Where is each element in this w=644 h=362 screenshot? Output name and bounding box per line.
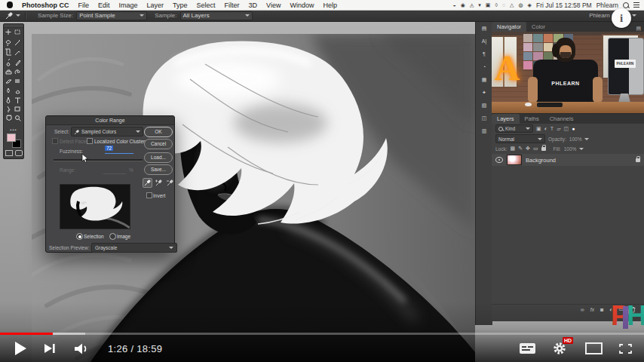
filter-type-icon[interactable]: T <box>550 126 554 131</box>
filter-toggle-icon[interactable]: ● <box>572 126 575 131</box>
paragraph-panel-icon[interactable]: ¶ <box>483 51 486 57</box>
subtitles-button[interactable] <box>520 343 535 354</box>
selection-radio[interactable] <box>76 233 83 240</box>
quick-mask-icon[interactable] <box>5 150 13 156</box>
lock-all-icon[interactable] <box>541 147 546 151</box>
tab-layers[interactable]: Layers <box>492 114 520 124</box>
selection-preview-dropdown[interactable]: Grayscale <box>91 243 177 253</box>
dialog-title[interactable]: Color Range <box>46 116 174 125</box>
detect-faces-checkbox[interactable] <box>52 138 58 144</box>
play-button[interactable] <box>15 342 26 355</box>
miniplayer-button[interactable] <box>585 342 603 354</box>
layer-visibility-icon[interactable] <box>495 157 503 163</box>
select-dropdown[interactable]: Sampled Colors <box>71 127 143 137</box>
status-icon[interactable]: ◌ <box>502 0 505 10</box>
eyedropper-add-icon[interactable] <box>154 178 164 188</box>
localized-clusters-checkbox[interactable] <box>87 138 93 144</box>
clone-source-panel-icon[interactable]: ▦ <box>482 77 487 83</box>
status-icon[interactable]: ◉ <box>461 0 465 10</box>
swatches-panel-icon[interactable]: ✦ <box>482 90 486 96</box>
image-radio[interactable] <box>109 233 116 240</box>
notification-center-icon[interactable] <box>633 2 639 8</box>
logo-letter-h: H <box>627 301 644 331</box>
ok-button[interactable]: OK <box>144 127 173 137</box>
blend-mode-select[interactable]: Normal <box>495 134 545 143</box>
libraries-panel-icon[interactable]: ▥ <box>482 128 487 134</box>
video-frame: Photoshop CC File Edit Image Layer Type … <box>0 0 644 362</box>
layer-style-icon[interactable]: fx <box>590 307 594 312</box>
menu-select[interactable]: Select <box>192 2 220 9</box>
tab-channels[interactable]: Channels <box>544 114 579 124</box>
lock-pixels-icon[interactable]: ✎ <box>518 146 523 152</box>
eyedropper-subtract-icon[interactable] <box>165 178 175 188</box>
spotlight-search-icon[interactable] <box>623 2 629 8</box>
next-button[interactable] <box>44 343 56 354</box>
toolbar-overflow[interactable]: ••• <box>4 127 23 132</box>
menu-edit[interactable]: Edit <box>94 2 115 9</box>
character-panel-icon[interactable]: A| <box>482 38 487 44</box>
filter-adjustment-icon[interactable]: ◐ <box>544 126 547 131</box>
filter-shape-icon[interactable]: ▱ <box>557 126 560 132</box>
styles-panel-icon[interactable]: ◫ <box>482 115 487 121</box>
info-panel-icon[interactable]: ◔ <box>483 64 486 70</box>
apple-menu-icon[interactable] <box>7 2 13 8</box>
menu-filter[interactable]: Filter <box>220 2 244 9</box>
sample-layers-select[interactable]: All Layers <box>180 11 253 20</box>
lock-position-icon[interactable]: ✥ <box>526 146 530 152</box>
menu-photoshop[interactable]: Photoshop CC <box>17 2 74 9</box>
status-icon[interactable]: ▾ <box>478 0 481 10</box>
fuzziness-field[interactable]: 72 <box>105 146 133 154</box>
layer-row-background[interactable]: Background <box>492 154 644 166</box>
eyedropper-tool-icon[interactable] <box>5 11 14 20</box>
status-icon[interactable]: ◈ <box>528 0 532 10</box>
lock-transparency-icon[interactable]: ▩ <box>511 146 516 152</box>
foreground-color-swatch[interactable] <box>7 133 16 142</box>
menu-image[interactable]: Image <box>115 2 143 9</box>
menu-view[interactable]: View <box>262 2 285 9</box>
save-button[interactable]: Save... <box>144 164 173 175</box>
lock-artboard-icon[interactable]: ▭ <box>533 146 538 152</box>
eyedropper-sample-icon[interactable] <box>143 178 152 188</box>
status-icon[interactable]: △ <box>510 0 514 10</box>
tab-navigator[interactable]: Navigator <box>492 22 526 32</box>
load-button[interactable]: Load... <box>144 152 173 163</box>
link-layers-icon[interactable]: ∞ <box>581 307 584 312</box>
settings-button[interactable]: HD <box>552 342 569 355</box>
cancel-button[interactable]: Cancel <box>144 139 173 149</box>
status-icon[interactable]: ▣ <box>486 0 491 10</box>
menu-help[interactable]: Help <box>318 2 342 9</box>
menu-layer[interactable]: Layer <box>143 2 169 9</box>
filter-pixel-icon[interactable]: ▣ <box>536 126 541 132</box>
layer-thumbnail[interactable] <box>507 155 522 165</box>
menu-type[interactable]: Type <box>168 2 192 9</box>
adjustments-panel-icon[interactable]: ▧ <box>482 103 487 109</box>
volume-button[interactable] <box>74 343 90 354</box>
tool-preset-caret[interactable] <box>16 14 20 17</box>
color-swatches[interactable] <box>5 133 22 149</box>
menubar-user[interactable]: Phlearn <box>596 2 618 9</box>
toolbar-icons[interactable] <box>4 28 22 124</box>
status-icon[interactable]: ◬ <box>470 0 474 10</box>
fullscreen-button[interactable] <box>619 344 632 354</box>
video-info-button[interactable]: i <box>612 8 631 28</box>
screen-mode-icon[interactable] <box>15 150 23 156</box>
status-icon[interactable]: ◊ <box>495 0 497 10</box>
layer-mask-icon[interactable]: ◙ <box>600 307 603 312</box>
opacity-value[interactable]: 100% <box>569 137 582 142</box>
menu-file[interactable]: File <box>74 2 94 9</box>
status-icon[interactable]: ◍ <box>518 0 523 10</box>
menubar-clock[interactable]: Fri Jul 15 12:58 PM <box>536 2 592 9</box>
invert-checkbox[interactable] <box>146 192 152 198</box>
menu-3d[interactable]: 3D <box>244 2 262 9</box>
menu-window[interactable]: Window <box>285 2 318 9</box>
filter-smart-icon[interactable]: ◫ <box>564 126 569 132</box>
sample-size-select[interactable]: Point Sample <box>76 11 147 20</box>
tab-paths[interactable]: Paths <box>520 114 544 124</box>
fill-value[interactable]: 100% <box>564 146 577 152</box>
histogram-panel-icon[interactable]: ▤ <box>482 26 487 32</box>
tab-color[interactable]: Color <box>526 22 550 32</box>
status-icon[interactable]: ◒ <box>453 0 456 10</box>
filter-kind-dropdown[interactable]: Kind <box>495 124 533 133</box>
fuzziness-slider[interactable] <box>54 159 143 161</box>
panel-menu-icon[interactable]: ▤ <box>636 26 641 32</box>
